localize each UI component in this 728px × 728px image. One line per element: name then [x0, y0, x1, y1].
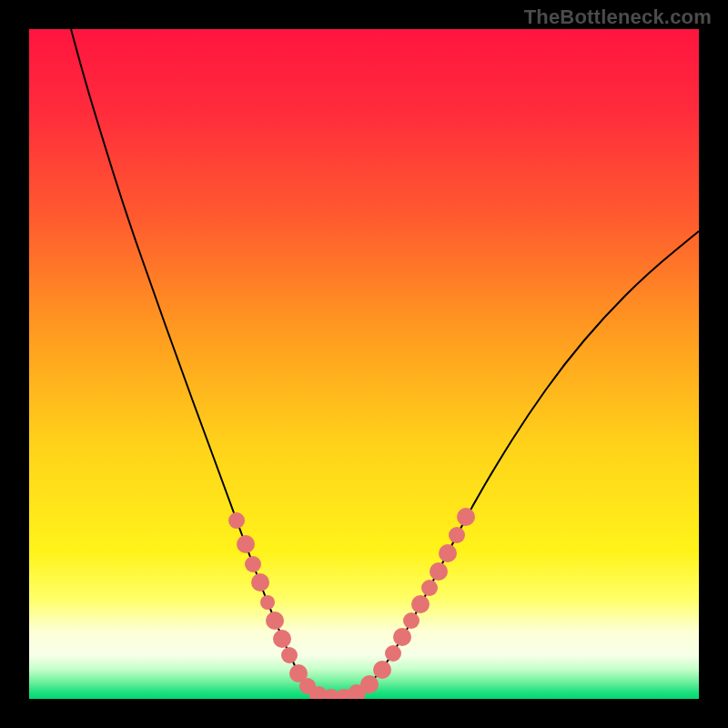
data-marker: [281, 647, 298, 663]
watermark-text: TheBottleneck.com: [524, 5, 712, 29]
curve-layer: [29, 29, 699, 699]
data-marker: [411, 595, 430, 613]
data-marker: [439, 544, 457, 562]
data-marker: [430, 562, 448, 581]
data-marker: [449, 527, 465, 543]
data-marker: [457, 508, 475, 526]
data-marker: [360, 675, 379, 693]
bottleneck-curve: [71, 29, 699, 698]
data-marker: [403, 612, 420, 629]
data-marker: [273, 630, 291, 648]
plot-area: [29, 29, 699, 699]
data-markers: [228, 508, 475, 699]
data-marker: [421, 580, 438, 596]
chart-frame: TheBottleneck.com: [0, 0, 728, 728]
data-marker: [228, 512, 245, 529]
data-marker: [237, 535, 255, 553]
data-marker: [393, 628, 411, 646]
data-marker: [385, 645, 401, 662]
data-marker: [251, 573, 269, 592]
data-marker: [266, 612, 284, 630]
data-marker: [260, 595, 275, 610]
data-marker: [245, 556, 261, 572]
data-marker: [373, 661, 391, 679]
